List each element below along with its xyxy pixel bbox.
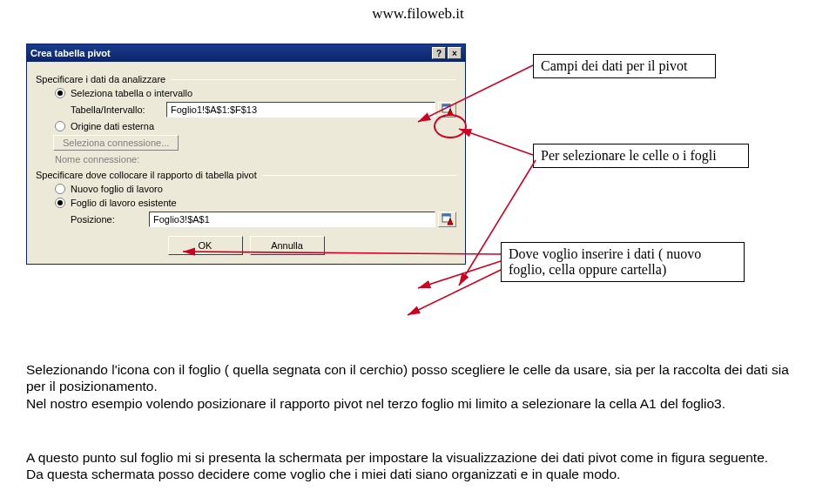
svg-line-4 xyxy=(418,65,533,122)
svg-line-7 xyxy=(183,252,501,254)
paragraph-3: A questo punto sul foglio mi si presenta… xyxy=(26,449,810,483)
paragraph-4-text: Da questa schermata posso decidere come … xyxy=(26,467,620,481)
paragraph-1-text: Selezionando l'icona con il foglio ( que… xyxy=(26,362,789,393)
paragraph-1: Selezionando l'icona con il foglio ( que… xyxy=(26,361,810,412)
arrows xyxy=(0,0,836,374)
svg-line-6 xyxy=(459,160,536,286)
svg-line-5 xyxy=(459,129,533,155)
paragraph-2-text: Nel nostro esempio volendo posizionare i… xyxy=(26,396,725,411)
paragraph-3-text: A questo punto sul foglio mi si presenta… xyxy=(26,450,768,465)
